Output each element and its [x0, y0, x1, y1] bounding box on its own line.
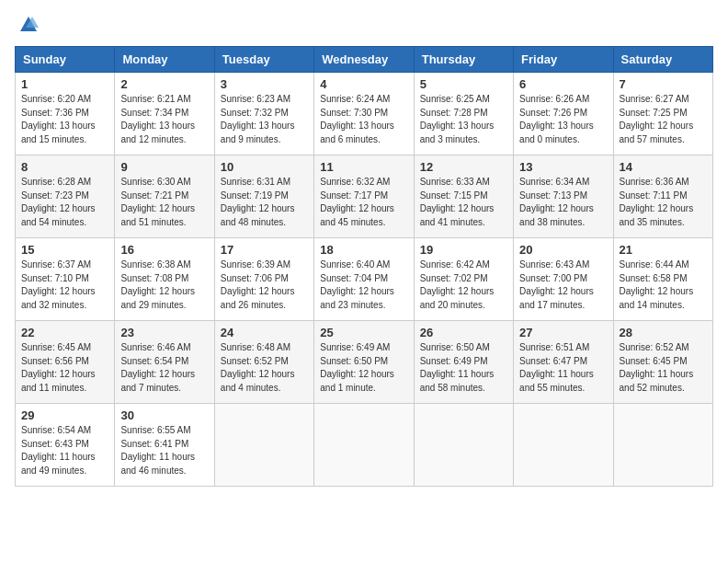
calendar-cell: 13 Sunrise: 6:34 AM Sunset: 7:13 PM Dayl… [514, 155, 613, 238]
calendar-week-row: 15 Sunrise: 6:37 AM Sunset: 7:10 PM Dayl… [16, 238, 713, 321]
day-number: 1 [21, 77, 108, 91]
calendar-cell: 9 Sunrise: 6:30 AM Sunset: 7:21 PM Dayli… [115, 155, 214, 238]
day-number: 22 [21, 326, 108, 339]
cell-content: Sunrise: 6:26 AM Sunset: 7:26 PM Dayligh… [519, 93, 607, 146]
day-number: 9 [120, 160, 208, 174]
calendar-cell [314, 404, 414, 487]
cell-content: Sunrise: 6:20 AM Sunset: 7:36 PM Dayligh… [21, 93, 108, 146]
calendar-cell: 22 Sunrise: 6:45 AM Sunset: 6:56 PM Dayl… [16, 321, 115, 404]
cell-content: Sunrise: 6:34 AM Sunset: 7:13 PM Dayligh… [519, 176, 607, 229]
calendar-cell: 10 Sunrise: 6:31 AM Sunset: 7:19 PM Dayl… [214, 155, 313, 238]
calendar-cell: 16 Sunrise: 6:38 AM Sunset: 7:08 PM Dayl… [115, 238, 214, 321]
calendar-cell [414, 404, 513, 487]
day-number: 3 [221, 77, 308, 91]
calendar-cell: 24 Sunrise: 6:48 AM Sunset: 6:52 PM Dayl… [214, 321, 313, 404]
day-number: 29 [21, 408, 108, 422]
day-number: 25 [320, 326, 407, 339]
cell-content: Sunrise: 6:33 AM Sunset: 7:15 PM Dayligh… [420, 176, 507, 229]
day-number: 28 [620, 326, 707, 339]
calendar-cell: 23 Sunrise: 6:46 AM Sunset: 6:54 PM Dayl… [115, 321, 214, 404]
calendar-cell: 4 Sunrise: 6:24 AM Sunset: 7:30 PM Dayli… [314, 73, 414, 155]
cell-content: Sunrise: 6:44 AM Sunset: 6:58 PM Dayligh… [620, 259, 707, 312]
day-number: 12 [420, 160, 507, 174]
calendar-cell: 5 Sunrise: 6:25 AM Sunset: 7:28 PM Dayli… [414, 73, 513, 155]
calendar-cell: 18 Sunrise: 6:40 AM Sunset: 7:04 PM Dayl… [314, 238, 414, 321]
day-number: 19 [420, 243, 507, 257]
day-number: 13 [519, 160, 607, 174]
cell-content: Sunrise: 6:37 AM Sunset: 7:10 PM Dayligh… [21, 259, 108, 312]
day-number: 14 [620, 160, 707, 174]
calendar-header-row: SundayMondayTuesdayWednesdayThursdayFrid… [16, 47, 713, 73]
day-number: 23 [120, 326, 208, 339]
calendar-cell [613, 404, 712, 487]
calendar-cell: 8 Sunrise: 6:28 AM Sunset: 7:23 PM Dayli… [16, 155, 115, 238]
day-header-wednesday: Wednesday [314, 47, 414, 73]
day-number: 18 [320, 243, 407, 257]
cell-content: Sunrise: 6:42 AM Sunset: 7:02 PM Dayligh… [420, 259, 507, 312]
calendar-cell: 19 Sunrise: 6:42 AM Sunset: 7:02 PM Dayl… [414, 238, 513, 321]
calendar-cell: 21 Sunrise: 6:44 AM Sunset: 6:58 PM Dayl… [613, 238, 712, 321]
day-header-tuesday: Tuesday [214, 47, 313, 73]
calendar-week-row: 1 Sunrise: 6:20 AM Sunset: 7:36 PM Dayli… [16, 73, 713, 155]
calendar-cell: 6 Sunrise: 6:26 AM Sunset: 7:26 PM Dayli… [514, 73, 613, 155]
day-number: 6 [519, 77, 607, 91]
calendar-cell: 25 Sunrise: 6:49 AM Sunset: 6:50 PM Dayl… [314, 321, 414, 404]
logo [15, 15, 39, 35]
day-number: 10 [221, 160, 308, 174]
day-number: 26 [420, 326, 507, 339]
day-number: 7 [620, 77, 707, 91]
day-number: 20 [519, 243, 607, 257]
cell-content: Sunrise: 6:24 AM Sunset: 7:30 PM Dayligh… [320, 93, 407, 146]
calendar-cell [214, 404, 313, 487]
cell-content: Sunrise: 6:54 AM Sunset: 6:43 PM Dayligh… [21, 424, 108, 477]
cell-content: Sunrise: 6:43 AM Sunset: 7:00 PM Dayligh… [519, 259, 607, 312]
day-header-thursday: Thursday [414, 47, 513, 73]
cell-content: Sunrise: 6:23 AM Sunset: 7:32 PM Dayligh… [221, 93, 308, 146]
calendar-cell: 1 Sunrise: 6:20 AM Sunset: 7:36 PM Dayli… [16, 73, 115, 155]
cell-content: Sunrise: 6:28 AM Sunset: 7:23 PM Dayligh… [21, 176, 108, 229]
cell-content: Sunrise: 6:21 AM Sunset: 7:34 PM Dayligh… [120, 93, 208, 146]
cell-content: Sunrise: 6:38 AM Sunset: 7:08 PM Dayligh… [120, 259, 208, 312]
day-header-friday: Friday [514, 47, 613, 73]
cell-content: Sunrise: 6:32 AM Sunset: 7:17 PM Dayligh… [320, 176, 407, 229]
day-number: 15 [21, 243, 108, 257]
calendar-cell: 15 Sunrise: 6:37 AM Sunset: 7:10 PM Dayl… [16, 238, 115, 321]
cell-content: Sunrise: 6:55 AM Sunset: 6:41 PM Dayligh… [120, 424, 208, 477]
cell-content: Sunrise: 6:25 AM Sunset: 7:28 PM Dayligh… [420, 93, 507, 146]
day-number: 17 [221, 243, 308, 257]
cell-content: Sunrise: 6:51 AM Sunset: 6:47 PM Dayligh… [519, 341, 607, 395]
logo-icon [18, 15, 39, 35]
day-number: 8 [21, 160, 108, 174]
calendar-week-row: 8 Sunrise: 6:28 AM Sunset: 7:23 PM Dayli… [16, 155, 713, 238]
calendar-cell: 30 Sunrise: 6:55 AM Sunset: 6:41 PM Dayl… [115, 404, 214, 487]
calendar-cell: 28 Sunrise: 6:52 AM Sunset: 6:45 PM Dayl… [613, 321, 712, 404]
cell-content: Sunrise: 6:48 AM Sunset: 6:52 PM Dayligh… [221, 341, 308, 395]
day-number: 27 [519, 326, 607, 339]
day-number: 30 [120, 408, 208, 422]
calendar-cell: 7 Sunrise: 6:27 AM Sunset: 7:25 PM Dayli… [613, 73, 712, 155]
day-number: 11 [320, 160, 407, 174]
calendar-week-row: 29 Sunrise: 6:54 AM Sunset: 6:43 PM Dayl… [16, 404, 713, 487]
day-header-sunday: Sunday [16, 47, 115, 73]
calendar-cell: 14 Sunrise: 6:36 AM Sunset: 7:11 PM Dayl… [613, 155, 712, 238]
cell-content: Sunrise: 6:39 AM Sunset: 7:06 PM Dayligh… [221, 259, 308, 312]
cell-content: Sunrise: 6:40 AM Sunset: 7:04 PM Dayligh… [320, 259, 407, 312]
calendar-cell: 2 Sunrise: 6:21 AM Sunset: 7:34 PM Dayli… [115, 73, 214, 155]
calendar-table: SundayMondayTuesdayWednesdayThursdayFrid… [15, 46, 713, 487]
calendar-cell: 27 Sunrise: 6:51 AM Sunset: 6:47 PM Dayl… [514, 321, 613, 404]
day-number: 5 [420, 77, 507, 91]
day-header-saturday: Saturday [613, 47, 712, 73]
calendar-cell: 17 Sunrise: 6:39 AM Sunset: 7:06 PM Dayl… [214, 238, 313, 321]
cell-content: Sunrise: 6:36 AM Sunset: 7:11 PM Dayligh… [620, 176, 707, 229]
cell-content: Sunrise: 6:52 AM Sunset: 6:45 PM Dayligh… [620, 341, 707, 395]
calendar-cell: 11 Sunrise: 6:32 AM Sunset: 7:17 PM Dayl… [314, 155, 414, 238]
cell-content: Sunrise: 6:31 AM Sunset: 7:19 PM Dayligh… [221, 176, 308, 229]
cell-content: Sunrise: 6:50 AM Sunset: 6:49 PM Dayligh… [420, 341, 507, 395]
day-number: 2 [120, 77, 208, 91]
day-header-monday: Monday [115, 47, 214, 73]
calendar-cell [514, 404, 613, 487]
calendar-cell: 12 Sunrise: 6:33 AM Sunset: 7:15 PM Dayl… [414, 155, 513, 238]
calendar-cell: 26 Sunrise: 6:50 AM Sunset: 6:49 PM Dayl… [414, 321, 513, 404]
cell-content: Sunrise: 6:27 AM Sunset: 7:25 PM Dayligh… [620, 93, 707, 146]
calendar-cell: 29 Sunrise: 6:54 AM Sunset: 6:43 PM Dayl… [16, 404, 115, 487]
